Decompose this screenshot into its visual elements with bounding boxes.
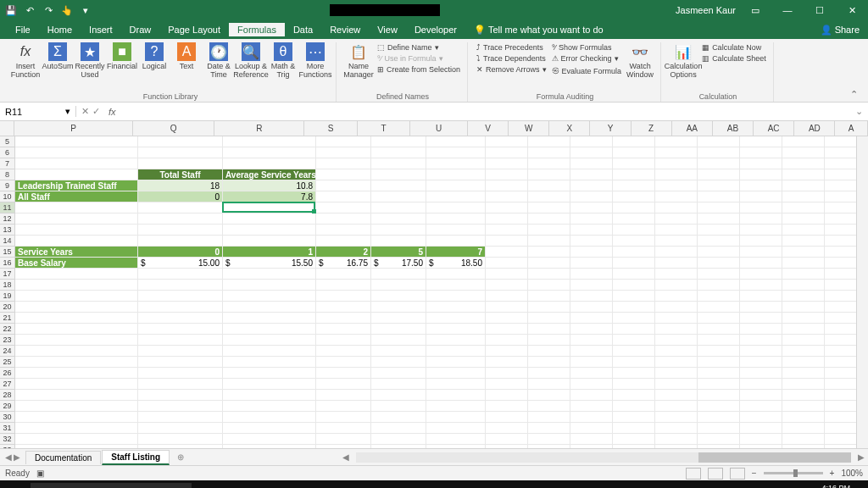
tab-developer[interactable]: Developer [406, 23, 465, 36]
cell-U16[interactable]: $18.50 [426, 258, 486, 269]
zoom-in-icon[interactable]: + [830, 469, 835, 478]
close-icon[interactable]: ✕ [839, 0, 865, 20]
col-header-S[interactable]: S [304, 121, 358, 136]
taskbar-mail-icon[interactable]: ✉ [331, 480, 356, 488]
cell-S16[interactable]: $16.75 [316, 258, 371, 269]
name-manager-button[interactable]: 📋Name Manager [343, 42, 374, 79]
tab-view[interactable]: View [369, 23, 406, 36]
create-from-selection-button[interactable]: ⊞ Create from Selection [376, 64, 462, 75]
row-header-23[interactable]: 23 [0, 335, 14, 346]
minimize-icon[interactable]: — [775, 0, 800, 20]
recently-used-button[interactable]: ★Recently Used [75, 42, 105, 79]
taskbar-chrome-icon[interactable]: ◉ [276, 480, 302, 488]
macro-record-icon[interactable]: ▣ [36, 469, 44, 478]
sheet-tab-documentation[interactable]: Documentation [25, 451, 101, 464]
calculate-now-button[interactable]: ▦ Calculate Now [700, 42, 768, 53]
error-checking-button[interactable]: ⚠ Error Checking ▾ [550, 53, 624, 64]
name-box[interactable]: ▾ [0, 106, 76, 117]
add-sheet-button[interactable]: ⊕ [170, 452, 191, 462]
zoom-level[interactable]: 100% [841, 469, 863, 478]
redo-icon[interactable]: ↷ [41, 3, 56, 18]
vertical-scrollbar[interactable] [856, 136, 868, 448]
tell-me[interactable]: 💡 Tell me what you want to do [465, 23, 612, 37]
taskbar-files-icon[interactable]: 📁2 [303, 480, 329, 488]
start-button[interactable]: ⊞ [0, 480, 31, 488]
row-header-24[interactable]: 24 [0, 346, 14, 357]
formula-input[interactable] [120, 107, 850, 117]
col-header-Y[interactable]: Y [590, 121, 631, 136]
row-header-15[interactable]: 15 [0, 247, 14, 258]
share-button[interactable]: 👤 Share [812, 23, 868, 37]
cell-T15[interactable]: 5 [371, 247, 426, 258]
row-header-18[interactable]: 18 [0, 280, 14, 291]
row-header-29[interactable]: 29 [0, 401, 14, 412]
taskbar-excel-icon[interactable]: x▮ [358, 480, 383, 488]
ribbon-opts-icon[interactable]: ▭ [743, 0, 768, 20]
calculate-sheet-button[interactable]: ▥ Calculate Sheet [700, 53, 768, 64]
row-header-7[interactable]: 7 [0, 158, 14, 169]
cell-Q9[interactable]: 18 [138, 180, 223, 191]
row-header-6[interactable]: 6 [0, 147, 14, 158]
cell-R9[interactable]: 10.8 [223, 180, 316, 191]
tab-review[interactable]: Review [321, 23, 369, 36]
row-header-30[interactable]: 30 [0, 412, 14, 423]
taskbar-store-icon[interactable]: 🛍 [222, 480, 248, 488]
trace-dependents-button[interactable]: ⤵ Trace Dependents [475, 53, 548, 64]
maximize-icon[interactable]: ☐ [807, 0, 832, 20]
autosum-button[interactable]: ΣAutoSum [42, 42, 73, 70]
row-header-33[interactable]: 33 [0, 445, 14, 448]
hscroll-right-icon[interactable]: ▶ [854, 452, 868, 462]
undo-icon[interactable]: ↶ [22, 3, 37, 18]
row-header-27[interactable]: 27 [0, 379, 14, 390]
watch-window-button[interactable]: 👓Watch Window [625, 42, 655, 79]
row-header-21[interactable]: 21 [0, 313, 14, 324]
horizontal-scrollbar[interactable] [356, 452, 851, 463]
define-name-button[interactable]: ⬚ Define Name ▾ [376, 42, 462, 53]
cell-P10[interactable]: All Staff [15, 191, 138, 202]
col-header-R[interactable]: R [214, 121, 304, 136]
tab-file[interactable]: File [7, 23, 39, 36]
hscroll-left-icon[interactable]: ◀ [339, 452, 353, 462]
cell-Q16[interactable]: $15.00 [138, 258, 223, 269]
logical-button[interactable]: ?Logical [139, 42, 170, 70]
cell-R8[interactable]: Average Service Years [223, 169, 316, 180]
row-header-22[interactable]: 22 [0, 324, 14, 335]
taskbar-edge-icon[interactable]: e [249, 480, 275, 488]
select-all-corner[interactable] [0, 121, 14, 136]
date-time-button[interactable]: 🕐Date & Time [203, 42, 234, 79]
col-header-V[interactable]: V [468, 121, 509, 136]
row-header-31[interactable]: 31 [0, 423, 14, 434]
tab-home[interactable]: Home [39, 23, 81, 36]
remove-arrows-button[interactable]: ✕ Remove Arrows ▾ [475, 64, 548, 75]
col-header-AA[interactable]: AA [672, 121, 713, 136]
col-header-AD[interactable]: AD [794, 121, 835, 136]
tab-page-layout[interactable]: Page Layout [159, 23, 229, 36]
sheet-tab-staff-listing[interactable]: Staff Listing [102, 450, 170, 465]
text-button[interactable]: AText [171, 42, 202, 70]
tab-nav-next-icon[interactable]: ▶ [14, 452, 20, 462]
cell-P9[interactable]: Leadership Trained Staff [15, 180, 138, 191]
cell-U15[interactable]: 7 [426, 247, 486, 258]
spreadsheet-grid[interactable]: PQRSTUVWXYZAAABACADA 5678910111213141516… [0, 121, 868, 448]
lookup-button[interactable]: 🔍Lookup & Reference [236, 42, 266, 79]
col-header-Z[interactable]: Z [632, 121, 672, 136]
row-header-16[interactable]: 16 [0, 258, 14, 269]
page-layout-view-icon[interactable] [708, 468, 723, 480]
col-header-W[interactable]: W [509, 121, 549, 136]
row-header-5[interactable]: 5 [0, 136, 14, 147]
task-view-icon[interactable]: ⧉ [192, 480, 222, 488]
save-icon[interactable]: 💾 [3, 3, 19, 18]
expand-formula-bar-icon[interactable]: ⌄ [850, 106, 868, 117]
row-header-12[interactable]: 12 [0, 214, 14, 225]
cell-T16[interactable]: $17.50 [371, 258, 426, 269]
col-header-X[interactable]: X [549, 121, 590, 136]
insert-function-button[interactable]: fxInsert Function [10, 42, 41, 79]
row-header-13[interactable]: 13 [0, 225, 14, 236]
more-functions-button[interactable]: ⋯More Functions [300, 42, 331, 79]
calculation-options-button[interactable]: 📊Calculation Options [668, 42, 698, 79]
row-header-19[interactable]: 19 [0, 291, 14, 302]
col-header-Q[interactable]: Q [133, 121, 214, 136]
col-header-U[interactable]: U [410, 121, 467, 136]
cancel-formula-icon[interactable]: ✕ [81, 106, 89, 117]
use-in-formula-button[interactable]: ⁹⁄ Use in Formula ▾ [376, 53, 462, 64]
